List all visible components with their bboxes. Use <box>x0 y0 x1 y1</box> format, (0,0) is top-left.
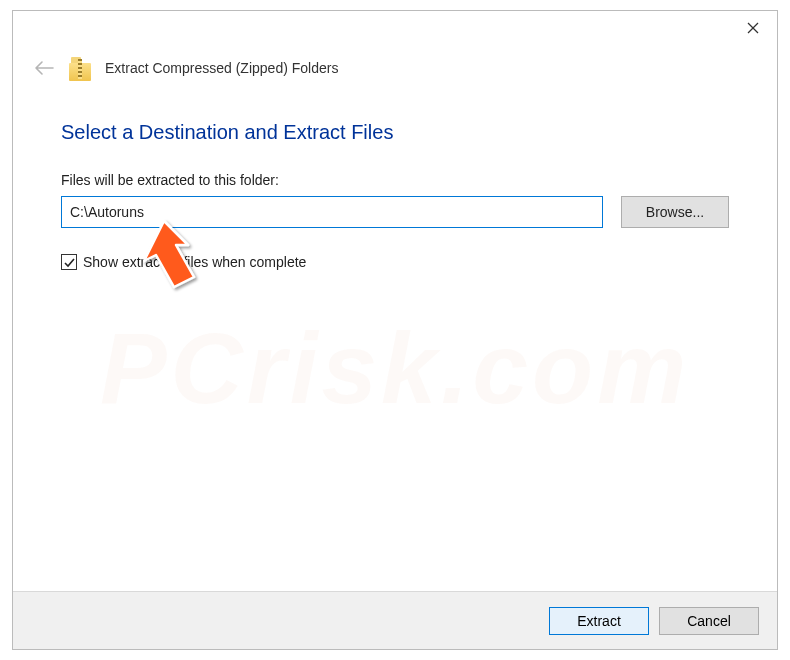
browse-button[interactable]: Browse... <box>621 196 729 228</box>
destination-path-input[interactable] <box>61 196 603 228</box>
show-files-checkbox[interactable] <box>61 254 77 270</box>
page-heading: Select a Destination and Extract Files <box>61 121 729 144</box>
extract-button[interactable]: Extract <box>549 607 649 635</box>
extract-wizard-window: Extract Compressed (Zipped) Folders Sele… <box>12 10 778 650</box>
window-title: Extract Compressed (Zipped) Folders <box>105 60 338 76</box>
content-area: Select a Destination and Extract Files F… <box>13 93 777 270</box>
titlebar <box>13 11 777 49</box>
close-icon <box>747 22 759 34</box>
dialog-footer: Extract Cancel <box>13 591 777 649</box>
close-button[interactable] <box>729 11 777 45</box>
cancel-button[interactable]: Cancel <box>659 607 759 635</box>
back-arrow-icon <box>33 60 55 76</box>
checkmark-icon <box>63 256 76 269</box>
watermark-text: PCrisk.com <box>100 311 690 426</box>
header-row: Extract Compressed (Zipped) Folders <box>13 49 777 93</box>
show-files-checkbox-label: Show extracted files when complete <box>83 254 306 270</box>
path-input-row: Browse... <box>61 196 729 228</box>
back-button[interactable] <box>33 57 55 79</box>
zipped-folder-icon <box>69 55 91 81</box>
path-label: Files will be extracted to this folder: <box>61 172 729 188</box>
show-files-checkbox-row: Show extracted files when complete <box>61 254 729 270</box>
